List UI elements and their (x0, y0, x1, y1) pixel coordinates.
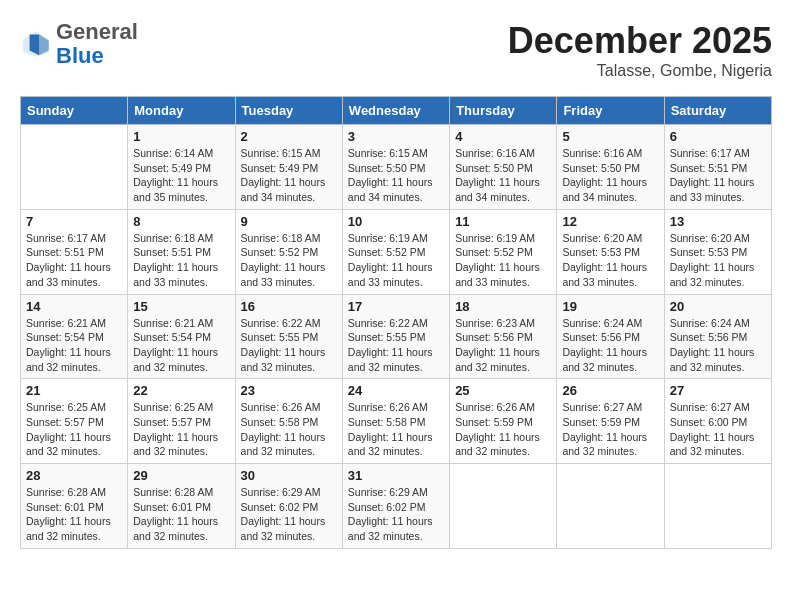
calendar-cell: 8Sunrise: 6:18 AMSunset: 5:51 PMDaylight… (128, 209, 235, 294)
weekday-header: Tuesday (235, 97, 342, 125)
day-info: Sunrise: 6:23 AMSunset: 5:56 PMDaylight:… (455, 316, 551, 375)
day-number: 25 (455, 383, 551, 398)
day-number: 26 (562, 383, 658, 398)
calendar-week-row: 21Sunrise: 6:25 AMSunset: 5:57 PMDayligh… (21, 379, 772, 464)
day-number: 18 (455, 299, 551, 314)
day-info: Sunrise: 6:27 AMSunset: 5:59 PMDaylight:… (562, 400, 658, 459)
calendar-cell: 22Sunrise: 6:25 AMSunset: 5:57 PMDayligh… (128, 379, 235, 464)
calendar-cell: 12Sunrise: 6:20 AMSunset: 5:53 PMDayligh… (557, 209, 664, 294)
calendar-week-row: 14Sunrise: 6:21 AMSunset: 5:54 PMDayligh… (21, 294, 772, 379)
day-info: Sunrise: 6:17 AMSunset: 5:51 PMDaylight:… (670, 146, 766, 205)
weekday-header: Monday (128, 97, 235, 125)
calendar-cell (450, 464, 557, 549)
day-number: 1 (133, 129, 229, 144)
weekday-header-row: SundayMondayTuesdayWednesdayThursdayFrid… (21, 97, 772, 125)
calendar-cell: 2Sunrise: 6:15 AMSunset: 5:49 PMDaylight… (235, 125, 342, 210)
day-number: 16 (241, 299, 337, 314)
day-number: 28 (26, 468, 122, 483)
day-info: Sunrise: 6:19 AMSunset: 5:52 PMDaylight:… (455, 231, 551, 290)
calendar-cell: 27Sunrise: 6:27 AMSunset: 6:00 PMDayligh… (664, 379, 771, 464)
day-info: Sunrise: 6:18 AMSunset: 5:51 PMDaylight:… (133, 231, 229, 290)
day-number: 8 (133, 214, 229, 229)
day-info: Sunrise: 6:21 AMSunset: 5:54 PMDaylight:… (26, 316, 122, 375)
calendar-cell: 21Sunrise: 6:25 AMSunset: 5:57 PMDayligh… (21, 379, 128, 464)
day-number: 22 (133, 383, 229, 398)
calendar-table: SundayMondayTuesdayWednesdayThursdayFrid… (20, 96, 772, 549)
day-info: Sunrise: 6:28 AMSunset: 6:01 PMDaylight:… (26, 485, 122, 544)
day-number: 27 (670, 383, 766, 398)
logo-text: General Blue (56, 20, 138, 68)
weekday-header: Thursday (450, 97, 557, 125)
calendar-cell: 28Sunrise: 6:28 AMSunset: 6:01 PMDayligh… (21, 464, 128, 549)
calendar-cell: 19Sunrise: 6:24 AMSunset: 5:56 PMDayligh… (557, 294, 664, 379)
weekday-header: Friday (557, 97, 664, 125)
day-number: 6 (670, 129, 766, 144)
logo-icon (20, 28, 52, 60)
calendar-cell: 14Sunrise: 6:21 AMSunset: 5:54 PMDayligh… (21, 294, 128, 379)
calendar-cell: 7Sunrise: 6:17 AMSunset: 5:51 PMDaylight… (21, 209, 128, 294)
day-info: Sunrise: 6:24 AMSunset: 5:56 PMDaylight:… (670, 316, 766, 375)
calendar-cell: 10Sunrise: 6:19 AMSunset: 5:52 PMDayligh… (342, 209, 449, 294)
day-info: Sunrise: 6:29 AMSunset: 6:02 PMDaylight:… (241, 485, 337, 544)
calendar-cell: 3Sunrise: 6:15 AMSunset: 5:50 PMDaylight… (342, 125, 449, 210)
calendar-cell: 30Sunrise: 6:29 AMSunset: 6:02 PMDayligh… (235, 464, 342, 549)
weekday-header: Saturday (664, 97, 771, 125)
calendar-cell (557, 464, 664, 549)
logo-general: General (56, 19, 138, 44)
day-number: 2 (241, 129, 337, 144)
day-info: Sunrise: 6:26 AMSunset: 5:58 PMDaylight:… (241, 400, 337, 459)
day-info: Sunrise: 6:18 AMSunset: 5:52 PMDaylight:… (241, 231, 337, 290)
day-info: Sunrise: 6:15 AMSunset: 5:50 PMDaylight:… (348, 146, 444, 205)
calendar-cell: 1Sunrise: 6:14 AMSunset: 5:49 PMDaylight… (128, 125, 235, 210)
day-number: 31 (348, 468, 444, 483)
day-info: Sunrise: 6:22 AMSunset: 5:55 PMDaylight:… (241, 316, 337, 375)
calendar-cell: 23Sunrise: 6:26 AMSunset: 5:58 PMDayligh… (235, 379, 342, 464)
calendar-cell: 25Sunrise: 6:26 AMSunset: 5:59 PMDayligh… (450, 379, 557, 464)
day-info: Sunrise: 6:29 AMSunset: 6:02 PMDaylight:… (348, 485, 444, 544)
month-title: December 2025 (508, 20, 772, 62)
day-info: Sunrise: 6:20 AMSunset: 5:53 PMDaylight:… (670, 231, 766, 290)
page-header: General Blue December 2025 Talasse, Gomb… (20, 20, 772, 80)
day-info: Sunrise: 6:16 AMSunset: 5:50 PMDaylight:… (562, 146, 658, 205)
day-info: Sunrise: 6:26 AMSunset: 5:58 PMDaylight:… (348, 400, 444, 459)
weekday-header: Wednesday (342, 97, 449, 125)
calendar-cell: 13Sunrise: 6:20 AMSunset: 5:53 PMDayligh… (664, 209, 771, 294)
day-info: Sunrise: 6:25 AMSunset: 5:57 PMDaylight:… (26, 400, 122, 459)
calendar-cell: 11Sunrise: 6:19 AMSunset: 5:52 PMDayligh… (450, 209, 557, 294)
day-info: Sunrise: 6:26 AMSunset: 5:59 PMDaylight:… (455, 400, 551, 459)
day-info: Sunrise: 6:21 AMSunset: 5:54 PMDaylight:… (133, 316, 229, 375)
day-info: Sunrise: 6:14 AMSunset: 5:49 PMDaylight:… (133, 146, 229, 205)
calendar-cell: 24Sunrise: 6:26 AMSunset: 5:58 PMDayligh… (342, 379, 449, 464)
day-info: Sunrise: 6:22 AMSunset: 5:55 PMDaylight:… (348, 316, 444, 375)
day-info: Sunrise: 6:28 AMSunset: 6:01 PMDaylight:… (133, 485, 229, 544)
day-number: 15 (133, 299, 229, 314)
day-number: 9 (241, 214, 337, 229)
calendar-week-row: 1Sunrise: 6:14 AMSunset: 5:49 PMDaylight… (21, 125, 772, 210)
calendar-cell: 5Sunrise: 6:16 AMSunset: 5:50 PMDaylight… (557, 125, 664, 210)
day-number: 23 (241, 383, 337, 398)
calendar-cell (664, 464, 771, 549)
calendar-cell: 16Sunrise: 6:22 AMSunset: 5:55 PMDayligh… (235, 294, 342, 379)
day-info: Sunrise: 6:24 AMSunset: 5:56 PMDaylight:… (562, 316, 658, 375)
day-info: Sunrise: 6:15 AMSunset: 5:49 PMDaylight:… (241, 146, 337, 205)
calendar-week-row: 28Sunrise: 6:28 AMSunset: 6:01 PMDayligh… (21, 464, 772, 549)
calendar-cell: 29Sunrise: 6:28 AMSunset: 6:01 PMDayligh… (128, 464, 235, 549)
calendar-cell: 20Sunrise: 6:24 AMSunset: 5:56 PMDayligh… (664, 294, 771, 379)
weekday-header: Sunday (21, 97, 128, 125)
logo-blue: Blue (56, 43, 104, 68)
day-info: Sunrise: 6:19 AMSunset: 5:52 PMDaylight:… (348, 231, 444, 290)
calendar-cell (21, 125, 128, 210)
day-number: 3 (348, 129, 444, 144)
day-number: 10 (348, 214, 444, 229)
day-number: 14 (26, 299, 122, 314)
calendar-cell: 17Sunrise: 6:22 AMSunset: 5:55 PMDayligh… (342, 294, 449, 379)
logo: General Blue (20, 20, 138, 68)
day-info: Sunrise: 6:17 AMSunset: 5:51 PMDaylight:… (26, 231, 122, 290)
day-number: 11 (455, 214, 551, 229)
calendar-cell: 18Sunrise: 6:23 AMSunset: 5:56 PMDayligh… (450, 294, 557, 379)
day-number: 7 (26, 214, 122, 229)
day-info: Sunrise: 6:27 AMSunset: 6:00 PMDaylight:… (670, 400, 766, 459)
location-title: Talasse, Gombe, Nigeria (508, 62, 772, 80)
day-number: 24 (348, 383, 444, 398)
calendar-cell: 9Sunrise: 6:18 AMSunset: 5:52 PMDaylight… (235, 209, 342, 294)
